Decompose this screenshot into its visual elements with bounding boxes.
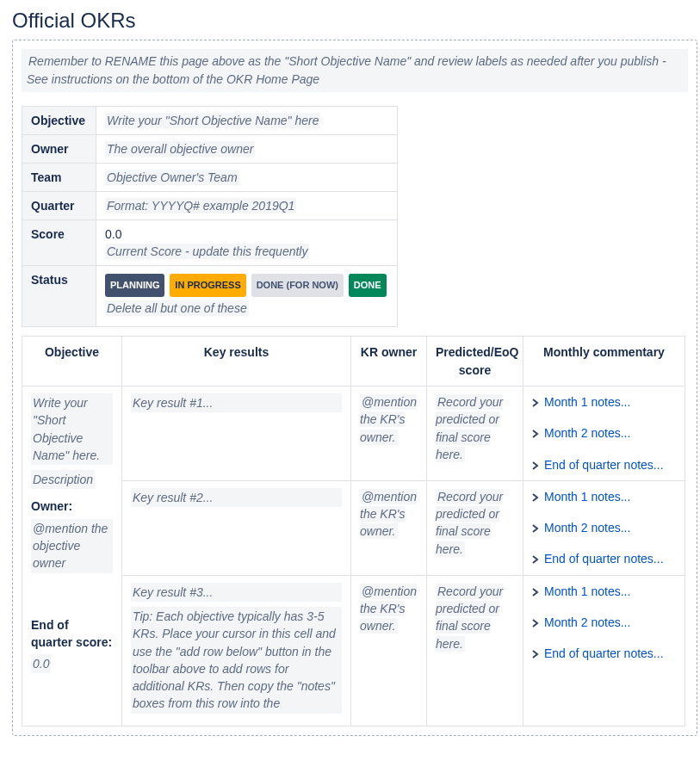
chevron-right-icon[interactable]	[532, 583, 539, 600]
kr-score-cell[interactable]: Record your predicted or final score her…	[427, 575, 523, 726]
notes-list: Month 1 notes... Month 2 notes... End of…	[532, 488, 676, 568]
chevron-right-icon[interactable]	[532, 456, 539, 473]
status-badge-done[interactable]: DONE	[349, 274, 387, 297]
list-item: Month 1 notes...	[532, 488, 676, 505]
meta-label-quarter: Quarter	[22, 192, 96, 220]
table-row: Key result #3... Tip: Each objective typ…	[22, 575, 685, 726]
list-item: End of quarter notes...	[532, 550, 676, 567]
placeholder-text: @mention the objective owner	[31, 519, 113, 573]
page-body: Remember to RENAME this page above as th…	[12, 40, 697, 736]
kr-cell[interactable]: Key result #2...	[122, 480, 351, 575]
meta-table: Objective Write your "Short Objective Na…	[22, 106, 398, 327]
table-row: Key result #2... @mention the KR's owner…	[22, 480, 685, 575]
chevron-right-icon[interactable]	[532, 550, 539, 567]
placeholder-text: @mention the KR's owner.	[360, 584, 417, 634]
list-item: Month 1 notes...	[532, 393, 676, 411]
table-row: Write your "Short Objective Name" here. …	[22, 386, 685, 480]
kr-commentary-cell[interactable]: Month 1 notes... Month 2 notes... End of…	[523, 386, 685, 480]
notes-link[interactable]: End of quarter notes...	[544, 646, 664, 660]
col-header-kr-owner: KR owner	[351, 337, 427, 386]
placeholder-text: Record your predicted or final score her…	[436, 584, 503, 652]
placeholder-text: Key result #2...	[131, 488, 342, 507]
chevron-right-icon[interactable]	[532, 488, 539, 505]
placeholder-text: Write your "Short Objective Name" here	[105, 113, 320, 128]
list-item: End of quarter notes...	[532, 645, 676, 662]
col-header-commentary: Monthly commentary	[523, 337, 685, 386]
list-item: Month 2 notes...	[532, 519, 676, 536]
notes-link[interactable]: Month 2 notes...	[544, 521, 630, 535]
owner-label: Owner:	[31, 498, 113, 515]
kr-tip-text: Tip: Each objective typically has 3-5 KR…	[131, 607, 342, 714]
score-value: 0.0	[105, 227, 388, 241]
status-badge-done-for-now[interactable]: DONE (FOR NOW)	[251, 274, 344, 297]
placeholder-text: The overall objective owner	[105, 141, 255, 157]
status-badge-planning[interactable]: PLANNING	[105, 274, 164, 297]
notes-link[interactable]: End of quarter notes...	[544, 552, 664, 566]
chevron-right-icon[interactable]	[532, 424, 539, 442]
list-item: Month 2 notes...	[532, 424, 676, 442]
list-item: Month 1 notes...	[532, 583, 676, 600]
placeholder-text: 0.0	[31, 654, 51, 673]
col-header-objective: Objective	[22, 337, 122, 386]
meta-label-score: Score	[22, 220, 96, 266]
kr-cell[interactable]: Key result #1...	[122, 386, 351, 480]
kr-owner-cell[interactable]: @mention the KR's owner.	[351, 575, 427, 726]
placeholder-text: @mention the KR's owner.	[360, 489, 417, 540]
table-row: Quarter Format: YYYYQ# example 2019Q1	[22, 192, 398, 220]
meta-value-owner[interactable]: The overall objective owner	[96, 135, 398, 164]
notes-link[interactable]: End of quarter notes...	[544, 458, 664, 472]
meta-label-objective: Objective	[22, 107, 96, 135]
col-header-key-results: Key results	[122, 337, 351, 386]
placeholder-text: Key result #1...	[131, 393, 342, 412]
notes-link[interactable]: Month 1 notes...	[544, 584, 630, 598]
placeholder-text: @mention the KR's owner.	[360, 394, 417, 445]
table-header-row: Objective Key results KR owner Predicted…	[22, 337, 685, 386]
notes-link[interactable]: Month 1 notes...	[544, 490, 630, 504]
kr-score-cell[interactable]: Record your predicted or final score her…	[427, 480, 523, 575]
meta-value-status[interactable]: PLANNING IN PROGRESS DONE (FOR NOW) DONE…	[96, 266, 398, 327]
placeholder-text: Description	[31, 470, 95, 489]
kr-commentary-cell[interactable]: Month 1 notes... Month 2 notes... End of…	[523, 575, 685, 726]
status-badge-in-progress[interactable]: IN PROGRESS	[170, 274, 245, 297]
placeholder-text: Format: YYYYQ# example 2019Q1	[105, 198, 296, 213]
page-title[interactable]: Official OKRs	[12, 9, 700, 33]
list-item: Month 2 notes...	[532, 614, 676, 631]
placeholder-text: Delete all but one of these	[105, 300, 249, 316]
meta-value-quarter[interactable]: Format: YYYYQ# example 2019Q1	[96, 192, 398, 220]
meta-label-owner: Owner	[22, 135, 96, 164]
kr-commentary-cell[interactable]: Month 1 notes... Month 2 notes... End of…	[523, 480, 685, 575]
notes-list: Month 1 notes... Month 2 notes... End of…	[532, 393, 676, 473]
kr-cell[interactable]: Key result #3... Tip: Each objective typ…	[122, 575, 351, 726]
col-header-score: Predicted/EoQ score	[427, 337, 523, 386]
table-row: Status PLANNING IN PROGRESS DONE (FOR NO…	[22, 266, 398, 327]
chevron-right-icon[interactable]	[532, 393, 539, 411]
kr-score-cell[interactable]: Record your predicted or final score her…	[427, 386, 523, 480]
chevron-right-icon[interactable]	[532, 614, 539, 631]
notes-link[interactable]: Month 2 notes...	[544, 426, 630, 440]
placeholder-text: Key result #3...	[131, 583, 342, 602]
meta-value-team[interactable]: Objective Owner's Team	[96, 164, 398, 192]
meta-label-team: Team	[22, 164, 96, 192]
notes-link[interactable]: Month 1 notes...	[544, 395, 630, 409]
reminder-note: Remember to RENAME this page above as th…	[22, 49, 688, 92]
kr-owner-cell[interactable]: @mention the KR's owner.	[351, 480, 427, 575]
meta-value-score[interactable]: 0.0 Current Score - update this frequent…	[96, 220, 398, 266]
list-item: End of quarter notes...	[532, 456, 676, 473]
table-row: Team Objective Owner's Team	[22, 164, 398, 192]
meta-value-objective[interactable]: Write your "Short Objective Name" here	[96, 107, 398, 135]
placeholder-text: Current Score - update this frequently	[105, 244, 309, 259]
table-row: Owner The overall objective owner	[22, 135, 398, 164]
table-row: Score 0.0 Current Score - update this fr…	[22, 220, 398, 266]
notes-link[interactable]: Month 2 notes...	[544, 615, 630, 629]
objective-cell[interactable]: Write your "Short Objective Name" here. …	[22, 386, 122, 726]
chevron-right-icon[interactable]	[532, 519, 539, 536]
placeholder-text: Record your predicted or final score her…	[436, 489, 503, 557]
kr-owner-cell[interactable]: @mention the KR's owner.	[351, 386, 427, 480]
chevron-right-icon[interactable]	[532, 645, 539, 662]
placeholder-text: Record your predicted or final score her…	[436, 394, 503, 462]
reminder-text: Remember to RENAME this page above as th…	[27, 53, 666, 87]
table-row: Objective Write your "Short Objective Na…	[22, 107, 398, 135]
placeholder-text: Objective Owner's Team	[105, 170, 239, 185]
meta-label-status: Status	[22, 266, 96, 327]
placeholder-text: Write your "Short Objective Name" here.	[31, 393, 113, 465]
